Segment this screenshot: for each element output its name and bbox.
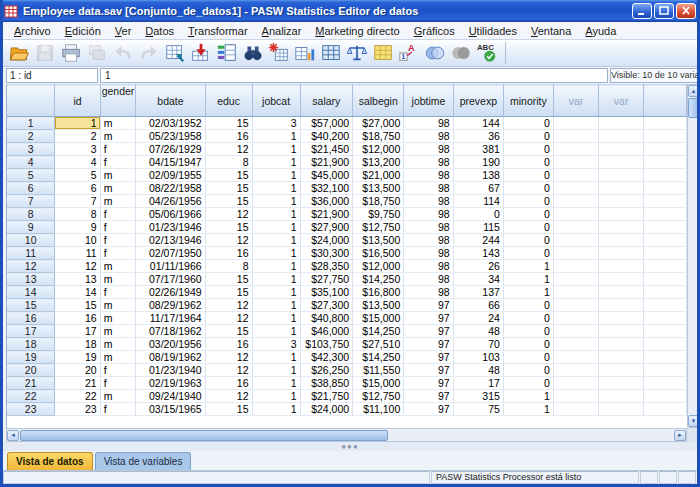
table-cell[interactable]: $21,450	[300, 143, 353, 156]
table-cell[interactable]: $35,100	[300, 286, 353, 299]
table-cell[interactable]: 11	[55, 247, 100, 260]
table-cell[interactable]: 09/24/1940	[136, 390, 205, 403]
table-cell[interactable]: 137	[453, 286, 503, 299]
minimize-button[interactable]	[632, 3, 652, 19]
table-cell[interactable]: 0	[453, 208, 503, 221]
table-cell[interactable]: 4	[55, 156, 100, 169]
table-cell[interactable]: 8	[55, 208, 100, 221]
table-cell[interactable]	[553, 299, 598, 312]
row-header[interactable]: 23	[7, 403, 55, 416]
table-cell[interactable]: 144	[453, 117, 503, 130]
table-cell[interactable]: 15	[205, 182, 252, 195]
row-header[interactable]: 14	[7, 286, 55, 299]
table-cell[interactable]: 97	[404, 325, 453, 338]
table-cell[interactable]: 0	[503, 247, 553, 260]
table-cell[interactable]	[599, 260, 644, 273]
table-cell[interactable]: 0	[503, 143, 553, 156]
table-cell[interactable]: 15	[205, 195, 252, 208]
table-cell[interactable]: 1	[252, 403, 300, 416]
table-cell[interactable]	[553, 221, 598, 234]
table-cell[interactable]: 98	[404, 221, 453, 234]
table-cell[interactable]	[553, 364, 598, 377]
scroll-left-arrow-icon[interactable]: ◄	[7, 430, 19, 441]
table-cell[interactable]: $24,000	[300, 234, 353, 247]
table-cell[interactable]: 48	[453, 364, 503, 377]
table-cell[interactable]	[599, 299, 644, 312]
table-cell[interactable]	[553, 403, 598, 416]
table-cell[interactable]	[599, 273, 644, 286]
table-cell[interactable]	[599, 195, 644, 208]
table-cell[interactable]: 16	[205, 247, 252, 260]
row-header[interactable]: 13	[7, 273, 55, 286]
table-cell[interactable]	[553, 260, 598, 273]
table-cell[interactable]: 0	[503, 182, 553, 195]
table-cell[interactable]: 0	[503, 221, 553, 234]
table-cell[interactable]: $14,250	[353, 351, 404, 364]
table-cell[interactable]: 24	[453, 312, 503, 325]
table-cell[interactable]: 1	[252, 234, 300, 247]
table-cell[interactable]: m	[100, 351, 136, 364]
row-header[interactable]: 2	[7, 130, 55, 143]
table-cell[interactable]: 0	[503, 299, 553, 312]
table-cell[interactable]: 1	[252, 182, 300, 195]
table-cell[interactable]: 12	[55, 260, 100, 273]
table-cell[interactable]: $26,250	[300, 364, 353, 377]
table-cell[interactable]: 315	[453, 390, 503, 403]
table-cell[interactable]: $9,750	[353, 208, 404, 221]
spell-check-icon[interactable]: ABC	[475, 41, 499, 65]
table-cell[interactable]: m	[100, 117, 136, 130]
table-cell[interactable]: $12,000	[353, 143, 404, 156]
pane-splitter[interactable]: ●●●	[3, 442, 697, 451]
column-header-gender[interactable]: gender	[100, 85, 136, 117]
table-cell[interactable]	[553, 195, 598, 208]
table-cell[interactable]: 190	[453, 156, 503, 169]
variables-icon[interactable]	[215, 41, 239, 65]
vertical-scroll-thumb[interactable]	[688, 98, 699, 118]
table-cell[interactable]: 15	[205, 286, 252, 299]
insert-cases-icon[interactable]	[267, 41, 291, 65]
cell-editor-input[interactable]: 1	[100, 68, 608, 83]
menu-marketing-directo[interactable]: Marketing directo	[308, 24, 406, 38]
table-cell[interactable]	[599, 130, 644, 143]
table-cell[interactable]: 97	[404, 351, 453, 364]
table-cell[interactable]: 1	[252, 299, 300, 312]
table-cell[interactable]	[553, 182, 598, 195]
table-cell[interactable]: 34	[453, 273, 503, 286]
table-cell[interactable]: 01/23/1946	[136, 221, 205, 234]
column-header-minority[interactable]: minority	[503, 85, 553, 117]
scroll-up-arrow-icon[interactable]: ▲	[688, 85, 699, 97]
table-cell[interactable]: 0	[503, 325, 553, 338]
table-cell[interactable]: 12	[205, 390, 252, 403]
table-cell[interactable]	[553, 247, 598, 260]
table-cell[interactable]: 12	[205, 312, 252, 325]
table-cell[interactable]: 97	[404, 299, 453, 312]
table-cell[interactable]: 15	[205, 325, 252, 338]
table-cell[interactable]: 0	[503, 377, 553, 390]
table-cell[interactable]: 15	[205, 221, 252, 234]
table-cell[interactable]: 15	[205, 169, 252, 182]
table-cell[interactable]: $57,000	[300, 117, 353, 130]
table-cell[interactable]: 17	[55, 325, 100, 338]
table-cell[interactable]	[553, 338, 598, 351]
table-cell[interactable]: 98	[404, 273, 453, 286]
table-cell[interactable]: 16	[205, 130, 252, 143]
table-cell[interactable]: 12	[205, 143, 252, 156]
menu-datos[interactable]: Datos	[138, 24, 181, 38]
row-header[interactable]: 20	[7, 364, 55, 377]
row-header[interactable]: 16	[7, 312, 55, 325]
table-cell[interactable]: $21,000	[353, 169, 404, 182]
table-cell[interactable]: 0	[503, 195, 553, 208]
use-variable-sets-icon[interactable]	[423, 41, 447, 65]
table-cell[interactable]: 67	[453, 182, 503, 195]
table-cell[interactable]: 1	[252, 364, 300, 377]
table-cell[interactable]: 0	[503, 338, 553, 351]
table-cell[interactable]	[599, 169, 644, 182]
table-cell[interactable]: $12,750	[353, 390, 404, 403]
table-cell[interactable]: 48	[453, 325, 503, 338]
table-cell[interactable]: 98	[404, 247, 453, 260]
table-cell[interactable]: $21,900	[300, 156, 353, 169]
table-cell[interactable]: 1	[503, 260, 553, 273]
value-labels-icon[interactable]: A1	[397, 41, 421, 65]
table-cell[interactable]: $12,000	[353, 260, 404, 273]
table-cell[interactable]: 0	[503, 351, 553, 364]
